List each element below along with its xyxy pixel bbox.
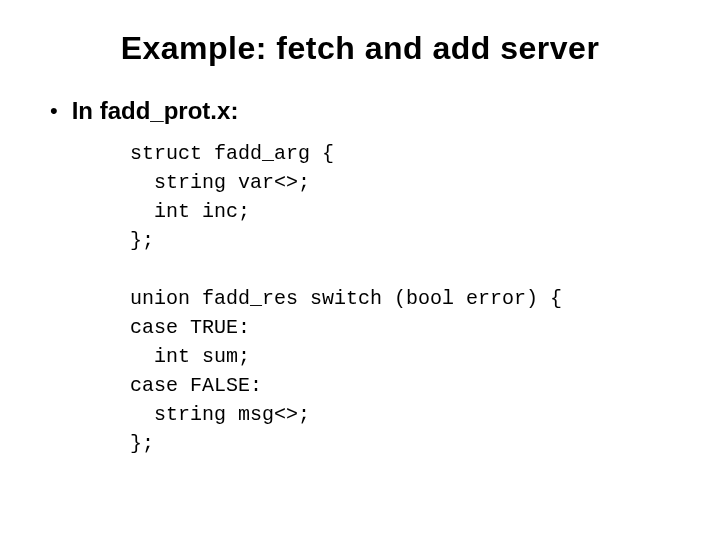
bullet-item: • In fadd_prot.x: xyxy=(50,97,680,125)
bullet-marker: • xyxy=(50,97,58,125)
slide: Example: fetch and add server • In fadd_… xyxy=(0,0,720,540)
slide-title: Example: fetch and add server xyxy=(40,30,680,67)
bullet-text: In fadd_prot.x: xyxy=(72,97,239,125)
code-block: struct fadd_arg { string var<>; int inc;… xyxy=(130,139,680,458)
